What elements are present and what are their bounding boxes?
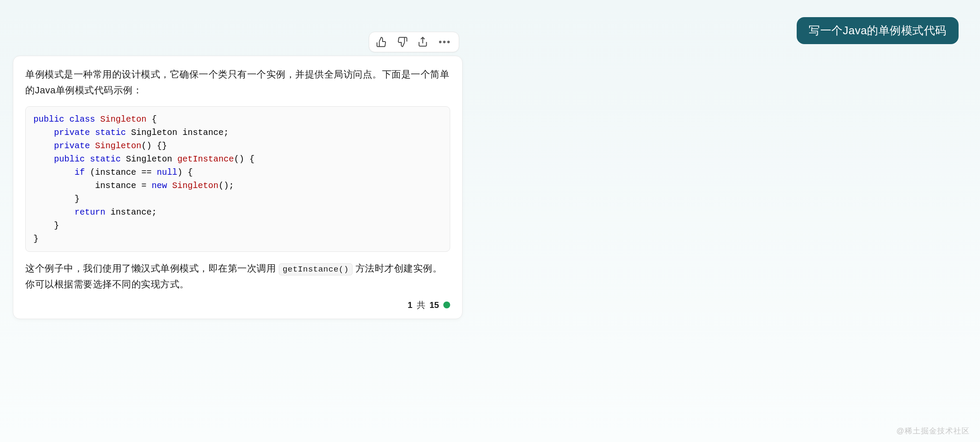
thumbs-down-icon xyxy=(397,36,408,48)
share-button[interactable] xyxy=(416,36,429,48)
response-intro: 单例模式是一种常用的设计模式，它确保一个类只有一个实例，并提供全局访问点。下面是… xyxy=(25,66,450,99)
inline-code: getInstance() xyxy=(279,263,353,275)
pagination-current: 1 xyxy=(408,300,412,310)
pagination-total: 15 xyxy=(430,300,439,310)
pagination-of-label: 共 xyxy=(417,299,425,311)
assistant-response-card: 单例模式是一种常用的设计模式，它确保一个类只有一个实例，并提供全局访问点。下面是… xyxy=(13,56,463,319)
status-indicator xyxy=(443,302,450,308)
share-icon xyxy=(417,36,428,48)
user-message-text: 写一个Java的单例模式代码 xyxy=(809,24,947,37)
more-icon: ••• xyxy=(439,36,451,47)
response-outro: 这个例子中，我们使用了懒汉式单例模式，即在第一次调用 getInstance()… xyxy=(25,260,450,293)
action-toolbar: ••• xyxy=(369,32,459,52)
code-content: public class Singleton { private static … xyxy=(33,113,442,245)
user-message-bubble: 写一个Java的单例模式代码 xyxy=(797,17,959,44)
pagination: 1 共 15 xyxy=(25,299,450,311)
more-button[interactable]: ••• xyxy=(437,36,453,48)
watermark: @稀土掘金技术社区 xyxy=(896,426,970,436)
outro-before: 这个例子中，我们使用了懒汉式单例模式，即在第一次调用 xyxy=(25,263,279,274)
thumbs-up-icon xyxy=(376,36,387,48)
response-wrapper: ••• 单例模式是一种常用的设计模式，它确保一个类只有一个实例，并提供全局访问点… xyxy=(13,34,463,319)
thumbs-down-button[interactable] xyxy=(396,36,409,48)
code-block: public class Singleton { private static … xyxy=(25,106,450,252)
thumbs-up-button[interactable] xyxy=(375,36,388,48)
